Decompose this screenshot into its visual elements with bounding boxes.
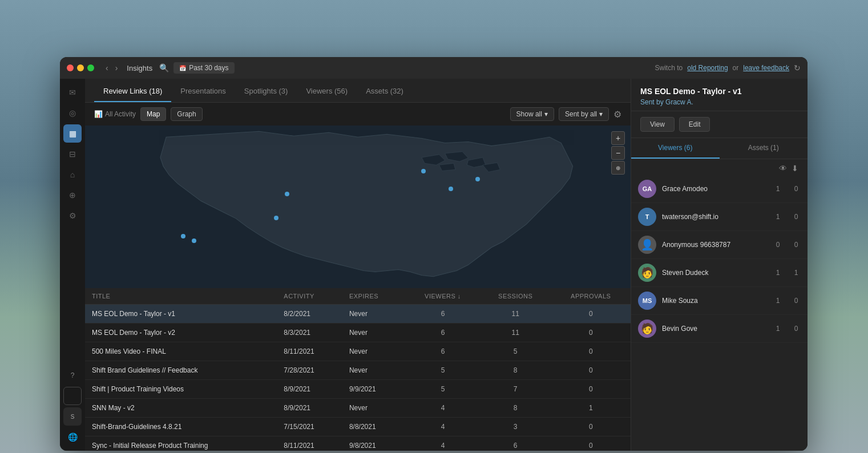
map-dot-6 (181, 234, 185, 238)
cell-activity: 8/11/2021 (277, 342, 342, 361)
viewer-counts: 0 0 (773, 241, 801, 249)
reset-view-button[interactable]: ⊕ (611, 161, 625, 175)
table-body: MS EOL Demo - Taylor - v1 8/2/2021 Never… (85, 305, 631, 451)
sidebar-item-help[interactable]: ? (63, 366, 82, 385)
sidebar-item-library[interactable]: ⊟ (63, 145, 82, 163)
viewer-sessions: 1 (773, 213, 782, 221)
sidebar-item-mail[interactable]: ✉ (63, 83, 82, 102)
panel-tab-viewers[interactable]: Viewers (6) (631, 138, 720, 159)
sidebar-item-analytics[interactable]: ▦ (63, 124, 82, 143)
eye-icon[interactable]: 👁 (779, 164, 787, 173)
cell-sessions: 8 (480, 361, 551, 380)
cell-title: SNN May - v2 (85, 399, 277, 418)
sidebar-item-globe[interactable]: 🌐 (63, 428, 82, 446)
table-row[interactable]: MS EOL Demo - Taylor - v2 8/3/2021 Never… (85, 323, 631, 342)
cell-expires: Never (342, 323, 406, 342)
cell-viewers: 4 (406, 399, 480, 418)
close-button[interactable] (67, 64, 74, 71)
table-row[interactable]: SNN May - v2 8/9/2021 Never 4 8 1 (85, 399, 631, 418)
download-icon[interactable]: ⬇ (792, 164, 798, 173)
cell-viewers: 6 (406, 342, 480, 361)
traffic-lights (67, 64, 94, 71)
viewer-sessions: 1 (773, 185, 782, 193)
map-dot-7 (192, 238, 196, 243)
refresh-button[interactable]: ↻ (794, 63, 801, 72)
sidebar-item-home[interactable]: ⌂ (63, 165, 82, 184)
sent-by-text: Sent by (640, 98, 664, 106)
tab-viewers[interactable]: Viewers (56) (297, 79, 357, 102)
table-row[interactable]: Shift-Brand-Guidelines 4.8.21 7/15/2021 … (85, 418, 631, 436)
viewer-row[interactable]: MS Mike Souza 1 0 (631, 287, 808, 315)
viewer-row[interactable]: 🧑 Steven Dudeck 1 1 (631, 259, 808, 287)
forward-button[interactable]: › (113, 62, 120, 74)
tab-assets[interactable]: Assets (32) (357, 79, 413, 102)
chevron-down-icon: ▾ (544, 110, 548, 118)
date-range-badge[interactable]: 📅 Past 30 days (173, 62, 234, 74)
zoom-in-button[interactable]: + (611, 131, 625, 145)
map-dot-4 (449, 187, 453, 191)
table-row[interactable]: Sync - Initial Release Product Training … (85, 436, 631, 451)
activity-text: All Activity (105, 110, 136, 118)
tab-presentations[interactable]: Presentations (171, 79, 235, 102)
sidebar-item-shift[interactable]: S (63, 407, 82, 426)
activity-label: 📊 All Activity (94, 110, 136, 118)
back-button[interactable]: ‹ (103, 62, 111, 74)
app-window: ‹ › Insights 🔍 📅 Past 30 days Switch to … (60, 57, 808, 451)
cell-activity: 8/11/2021 (277, 436, 342, 451)
view-button[interactable]: View (640, 117, 675, 132)
panel-title: MS EOL Demo - Taylor - v1 (640, 87, 798, 96)
sent-by-dropdown[interactable]: Sent by all ▾ (559, 107, 609, 121)
viewer-avatar: GA (638, 180, 656, 198)
map-dot-5 (274, 216, 278, 220)
switch-text: Switch to (655, 64, 683, 72)
cell-approvals: 0 (551, 323, 631, 342)
cell-approvals: 0 (551, 436, 631, 451)
table-row[interactable]: MS EOL Demo - Taylor - v1 8/2/2021 Never… (85, 305, 631, 323)
maximize-button[interactable] (87, 64, 94, 71)
cell-title: Shift | Product Training Videos (85, 380, 277, 399)
feedback-link[interactable]: leave feedback (743, 64, 789, 72)
viewer-name: Anonymous 96638787 (662, 241, 773, 249)
table-row[interactable]: 500 Miles Video - FINAL 8/11/2021 Never … (85, 342, 631, 361)
map-dot-3 (475, 177, 480, 181)
zoom-out-button[interactable]: − (611, 146, 625, 160)
sidebar-item-share[interactable]: ◎ (63, 104, 82, 122)
show-all-dropdown[interactable]: Show all ▾ (510, 107, 554, 121)
viewer-row[interactable]: GA Grace Amodeo 1 0 (631, 175, 808, 203)
edit-button[interactable]: Edit (679, 117, 710, 132)
viewer-row[interactable]: T twaterson@shift.io 1 0 (631, 203, 808, 231)
table-row[interactable]: Shift Brand Guidelines // Feedback 7/28/… (85, 361, 631, 380)
viewer-downloads: 0 (792, 213, 801, 221)
minimize-button[interactable] (77, 64, 84, 71)
show-all-label: Show all (516, 110, 542, 118)
filter-button[interactable]: ⚙ (613, 109, 621, 120)
cell-approvals: 0 (551, 380, 631, 399)
graph-view-button[interactable]: Graph (171, 107, 202, 121)
cell-sessions: 5 (480, 342, 551, 361)
cell-expires: Never (342, 305, 406, 323)
panel-tab-icons: 👁 ⬇ (631, 159, 808, 175)
table-row[interactable]: Shift | Product Training Videos 8/9/2021… (85, 380, 631, 399)
sidebar-item-search[interactable]: ⊕ (63, 186, 82, 204)
viewer-row[interactable]: 🧑 Bevin Gove 1 0 (631, 315, 808, 343)
tab-review-links[interactable]: Review Links (18) (94, 79, 171, 102)
old-reporting-link[interactable]: old Reporting (687, 64, 728, 72)
date-range-label: Past 30 days (189, 64, 228, 72)
cell-approvals: 0 (551, 305, 631, 323)
sidebar-item-settings[interactable]: ⚙ (63, 207, 82, 225)
viewer-row[interactable]: 👤 Anonymous 96638787 0 0 (631, 231, 808, 259)
panel-tabs: Viewers (6) Assets (1) (631, 138, 808, 159)
search-button[interactable]: 🔍 (159, 63, 169, 72)
col-sessions: SESSIONS (480, 288, 551, 305)
panel-header: MS EOL Demo - Taylor - v1 Sent by Gracw … (631, 79, 808, 111)
panel-tab-assets[interactable]: Assets (1) (720, 138, 808, 159)
titlebar-right: Switch to old Reporting or leave feedbac… (655, 63, 801, 72)
viewer-counts: 1 0 (773, 297, 801, 305)
cell-expires: 8/8/2021 (342, 418, 406, 436)
col-viewers: VIEWERS ↓ (406, 288, 480, 305)
tab-spotlights[interactable]: Spotlights (3) (235, 79, 297, 102)
viewer-name: Mike Souza (662, 297, 773, 305)
map-view-button[interactable]: Map (140, 107, 166, 121)
sidebar-item-blank[interactable] (63, 387, 82, 405)
viewer-counts: 1 0 (773, 213, 801, 221)
